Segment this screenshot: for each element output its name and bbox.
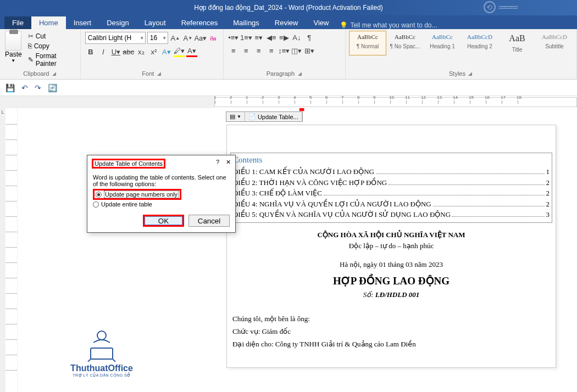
tab-home[interactable]: Home: [31, 16, 66, 29]
cancel-button[interactable]: Cancel: [188, 215, 230, 227]
toc-row[interactable]: ĐIỀU 4: NGHĨA VỤ VÀ QUYỀN LỢI CỦA NGƯỜI …: [233, 199, 550, 210]
vertical-ruler[interactable]: [5, 108, 18, 392]
grow-font-button[interactable]: A▲: [170, 32, 181, 43]
cut-label: Cut: [36, 32, 46, 40]
style-normal[interactable]: AaBbCc¶ Normal: [349, 31, 386, 55]
font-launcher[interactable]: ◢: [156, 71, 162, 76]
repeat-button[interactable]: 🔄: [48, 83, 57, 92]
style-name: Heading 1: [425, 43, 459, 49]
cut-button[interactable]: ✂Cut: [27, 32, 76, 41]
clipboard-launcher[interactable]: ◢: [51, 71, 57, 76]
update-table-button[interactable]: 📄Update Table... 🡅: [245, 112, 302, 121]
toc-leader: [389, 184, 544, 185]
change-case-button[interactable]: Aa▾: [195, 32, 206, 43]
dialog-help-button[interactable]: ?: [216, 159, 219, 169]
format-painter-button[interactable]: ✎Format Painter: [27, 52, 76, 68]
font-size-combo[interactable]: 16: [147, 32, 168, 44]
copy-button[interactable]: ⎘Copy: [27, 42, 76, 51]
refresh-icon: 📄: [248, 113, 256, 120]
toc-text: ĐIỀU 4: NGHĨA VỤ VÀ QUYỀN LỢI CỦA NGƯỜI …: [233, 199, 431, 210]
font-color-button[interactable]: A▾: [186, 46, 197, 57]
numbering-button[interactable]: 1≡▾: [241, 32, 252, 43]
line-spacing-button[interactable]: ↕≡▾: [279, 45, 290, 56]
tab-layout[interactable]: Layout: [137, 16, 174, 29]
tab-mailings[interactable]: Mailings: [225, 16, 267, 29]
toc-handle[interactable]: ▤▼ 📄Update Table... 🡅: [226, 111, 303, 122]
radio-update-entire[interactable]: [93, 201, 99, 208]
align-left-button[interactable]: ≡: [228, 45, 239, 56]
radio-update-pages-label: Update page numbers only: [104, 191, 179, 198]
radio-update-pages[interactable]: [96, 192, 102, 198]
dialog-title: Update Table of Contents: [92, 159, 165, 169]
doc-number: Số: LĐ/HDLD 001: [231, 290, 551, 299]
copy-icon: ⎘: [28, 42, 32, 50]
horizontal-ruler[interactable]: [214, 97, 577, 107]
clipboard-group-label: Clipboard: [23, 70, 49, 77]
highlight-button[interactable]: 🖊▾: [174, 46, 185, 57]
styles-launcher[interactable]: ◢: [468, 71, 473, 76]
tab-view[interactable]: View: [306, 16, 336, 29]
sort-button[interactable]: A↓: [291, 32, 302, 43]
style-nospacing[interactable]: AaBbCc¶ No Spac...: [386, 31, 424, 55]
undo-button[interactable]: ↶: [21, 83, 28, 92]
style-name: Heading 2: [463, 43, 497, 49]
doc-para-2: Chức vụ: Giám đốc: [232, 325, 551, 338]
align-center-button[interactable]: ≡: [241, 45, 252, 56]
toc-row[interactable]: ĐIỀU 1: CAM KẾT CỦA NGƯỜI LAO ĐỘNG1: [233, 166, 550, 177]
toc-row[interactable]: ĐIỀU 3: CHẾ ĐỘ LÀM VIỆC2: [233, 188, 550, 199]
justify-button[interactable]: ≡: [266, 45, 277, 56]
save-button[interactable]: 💾: [5, 83, 15, 92]
style-heading2[interactable]: AaBbCcDHeading 2: [461, 31, 498, 55]
paste-button[interactable]: Paste ▼: [3, 31, 24, 70]
style-heading1[interactable]: AaBbCcHeading 1: [424, 31, 461, 55]
borders-button[interactable]: ⊞▾: [304, 45, 315, 56]
clear-formatting-button[interactable]: 🗛: [208, 32, 219, 43]
doc-para-3: Đại diện cho: Công ty TNHH Giải trí & Qu…: [232, 338, 551, 350]
tab-design[interactable]: Design: [99, 16, 136, 29]
multilevel-button[interactable]: ≡▾: [253, 32, 264, 43]
style-preview: AaBbCcD: [463, 33, 497, 40]
shrink-font-button[interactable]: A▼: [182, 32, 193, 43]
italic-button[interactable]: I: [98, 46, 109, 57]
ribbon-tabs: File Home Insert Design Layout Reference…: [0, 15, 577, 29]
bold-button[interactable]: B: [85, 46, 96, 57]
svg-point-0: [97, 331, 106, 340]
ruler-anchor: L: [0, 108, 5, 392]
toc-box[interactable]: Contents ĐIỀU 1: CAM KẾT CỦA NGƯỜI LAO Đ…: [230, 153, 552, 223]
tab-references[interactable]: References: [174, 16, 225, 29]
superscript-button[interactable]: x²: [148, 46, 159, 57]
text-effects-button[interactable]: A▾: [161, 46, 172, 57]
shading-button[interactable]: ◫▾: [291, 45, 302, 56]
styles-gallery[interactable]: AaBbCc¶ Normal AaBbCc¶ No Spac... AaBbCc…: [349, 31, 573, 55]
style-name: Subtitle: [537, 43, 572, 49]
tab-file[interactable]: File: [4, 16, 31, 29]
decrease-indent-button[interactable]: ◀≡: [266, 32, 277, 43]
window-title: Hợp đồng lao động_Dat_2024 - Word (Produ…: [194, 4, 383, 12]
show-marks-button[interactable]: ¶: [304, 32, 315, 43]
increase-indent-button[interactable]: ≡▶: [279, 32, 290, 43]
align-right-button[interactable]: ≡: [253, 45, 264, 56]
tell-me-search[interactable]: 💡Tell me what you want to do...: [340, 21, 437, 29]
watermark-brand: ThuthuatOffice: [55, 363, 148, 373]
watermark-sub: TRỢ LÝ CỦA DÂN CÔNG SỞ: [55, 373, 148, 378]
toc-row[interactable]: ĐIỀU 5: QUYỀN VÀ NGHĨA VỤ CỦA NGƯỜI SỬ D…: [233, 209, 550, 220]
style-subtitle[interactable]: AaBbCcDSubtitle: [536, 31, 573, 55]
tab-insert[interactable]: Insert: [66, 16, 99, 29]
underline-button[interactable]: U▾: [110, 46, 121, 57]
tab-review[interactable]: Review: [267, 16, 306, 29]
toc-dropdown-button[interactable]: ▤▼: [226, 112, 245, 121]
dialog-close-button[interactable]: ✕: [226, 159, 231, 169]
toc-text: ĐIỀU 5: QUYỀN VÀ NGHĨA VỤ CỦA NGƯỜI SỬ D…: [233, 209, 451, 220]
ok-button[interactable]: OK: [143, 215, 184, 227]
lines-deco-icon: ═══: [499, 2, 517, 13]
style-title[interactable]: AaBTitle: [498, 31, 536, 55]
strikethrough-button[interactable]: abc: [123, 46, 134, 57]
bullets-button[interactable]: •≡▾: [228, 32, 239, 43]
toc-leader: [452, 216, 544, 217]
paragraph-launcher[interactable]: ◢: [297, 71, 302, 76]
toc-row[interactable]: ĐIỀU 2: THỜI HẠN VÀ CÔNG VIỆC HỢP ĐỒNG2: [233, 177, 550, 188]
subscript-button[interactable]: x₂: [136, 46, 147, 57]
update-toc-dialog: Update Table of Contents ? ✕ Word is upd…: [87, 155, 236, 233]
redo-button[interactable]: ↷: [35, 83, 41, 92]
font-family-combo[interactable]: Calibri Light (H: [85, 32, 146, 44]
